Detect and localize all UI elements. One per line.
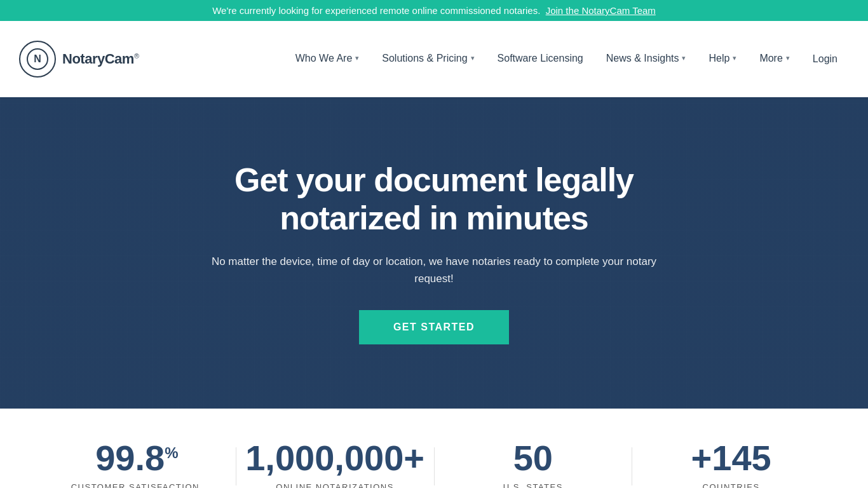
stat-countries: +145 COUNTRIES [632, 440, 830, 488]
logo[interactable]: N NotaryCam® [19, 41, 139, 78]
hero-title: Get your document legally notarized in m… [199, 161, 669, 238]
chevron-down-icon: ▾ [355, 54, 359, 62]
logo-text: NotaryCam® [62, 51, 139, 67]
navbar: N NotaryCam® Who We Are ▾ Solutions & Pr… [0, 21, 868, 97]
nav-item-who-we-are[interactable]: Who We Are ▾ [284, 21, 371, 97]
chevron-down-icon: ▾ [682, 54, 686, 62]
stat-number-states: 50 [435, 440, 632, 476]
nav-item-more[interactable]: More ▾ [748, 21, 801, 97]
banner-link[interactable]: Join the NotaryCam Team [546, 5, 656, 16]
chevron-down-icon: ▾ [471, 54, 475, 62]
stat-states: 50 U.S. STATES [435, 440, 632, 488]
stats-section: 99.8% CUSTOMER SATISFACTION. 1,000,000+ … [0, 409, 868, 488]
banner-text: We're currently looking for experienced … [212, 5, 540, 16]
stat-number-notarizations: 1,000,000+ [236, 440, 434, 476]
stat-number-satisfaction: 99.8% [38, 440, 236, 476]
nav-item-help[interactable]: Help ▾ [697, 21, 748, 97]
logo-icon: N [19, 41, 56, 78]
hero-content: Get your document legally notarized in m… [186, 161, 682, 344]
logo-svg: N [27, 48, 48, 70]
nav-item-solutions-pricing[interactable]: Solutions & Pricing ▾ [370, 21, 485, 97]
chevron-down-icon: ▾ [733, 54, 736, 62]
stat-customer-satisfaction: 99.8% CUSTOMER SATISFACTION. [38, 440, 236, 488]
svg-text:N: N [34, 53, 41, 64]
nav-login[interactable]: Login [801, 21, 849, 97]
stat-label-states: U.S. STATES [435, 482, 632, 488]
chevron-down-icon: ▾ [786, 54, 790, 62]
hero-section: Get your document legally notarized in m… [0, 97, 868, 409]
stat-label-countries: COUNTRIES [632, 482, 830, 488]
stat-notarizations: 1,000,000+ ONLINE NOTARIZATIONS [236, 440, 434, 488]
nav-links: Who We Are ▾ Solutions & Pricing ▾ Softw… [284, 21, 849, 97]
top-banner: We're currently looking for experienced … [0, 0, 868, 21]
nav-item-software-licensing[interactable]: Software Licensing [486, 21, 595, 97]
hero-subtitle: No matter the device, time of day or loc… [199, 253, 669, 287]
nav-item-news-insights[interactable]: News & Insights ▾ [595, 21, 698, 97]
stat-label-satisfaction: CUSTOMER SATISFACTION. [38, 482, 236, 488]
stat-label-notarizations: ONLINE NOTARIZATIONS [236, 482, 434, 488]
stat-number-countries: +145 [632, 440, 830, 476]
get-started-button[interactable]: GET STARTED [359, 310, 509, 344]
